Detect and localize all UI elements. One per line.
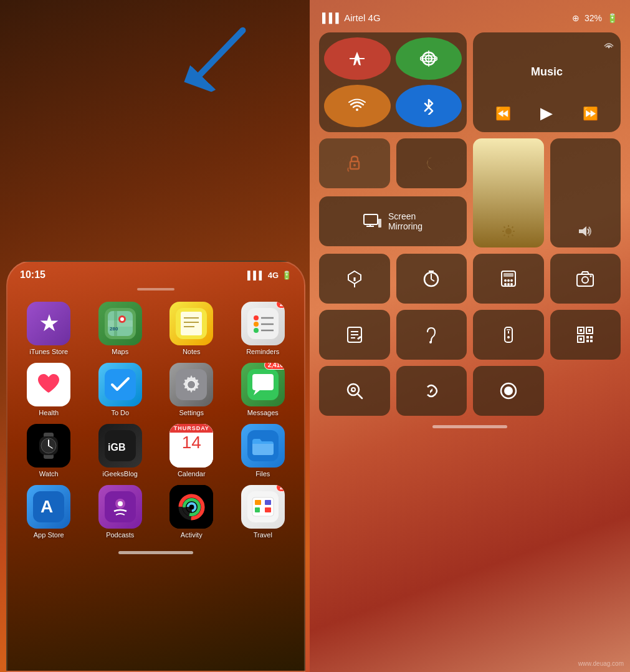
igeeks-label: iGeeksBlog (103, 470, 138, 478)
svg-rect-71 (364, 214, 378, 224)
app-watch[interactable]: Watch (17, 424, 81, 478)
settings-label: Settings (179, 409, 204, 416)
phone-time: 10:15 (20, 269, 45, 281)
messages-icon: 2,410 (241, 363, 285, 406)
qr-scanner-button[interactable] (550, 310, 621, 360)
airplay-icon[interactable] (603, 39, 614, 52)
carrier-name: Airtel 4G (344, 12, 380, 23)
svg-line-114 (358, 394, 362, 398)
appstore-icon: A (27, 485, 70, 529)
right-home-indicator[interactable] (432, 425, 507, 428)
app-todo[interactable]: To Do (88, 363, 153, 416)
messages-label: Messages (247, 409, 279, 416)
svg-rect-108 (586, 336, 589, 338)
carrier-signal: ▌▌▌ Airtel 4G (322, 12, 381, 23)
travel-icon: 2 (241, 485, 285, 529)
app-activity[interactable]: Activity (160, 485, 224, 539)
svg-point-40 (118, 501, 123, 506)
todo-label: To Do (111, 409, 129, 416)
signal-bars-icon: ▌▌▌ (322, 12, 344, 23)
airplane-mode-button[interactable] (324, 37, 391, 80)
maps-label: Maps (112, 348, 128, 355)
fast-forward-button[interactable]: ⏩ (583, 106, 598, 121)
screen-mirroring-button[interactable]: ScreenMirroring (319, 196, 467, 246)
health-icon (27, 363, 70, 406)
svg-point-85 (507, 279, 510, 282)
app-travel[interactable]: 2 Travel (231, 485, 295, 539)
shazam-button[interactable] (396, 366, 467, 416)
svg-point-97 (429, 341, 432, 343)
do-not-disturb-button[interactable] (396, 138, 467, 188)
camera-button[interactable] (550, 254, 621, 304)
cellular-button[interactable] (396, 37, 462, 80)
flashlight-button[interactable] (319, 254, 390, 304)
app-messages[interactable]: 2,410 Messages (231, 363, 295, 416)
right-panel: ▌▌▌ Airtel 4G ⊕ 32% 🔋 (310, 0, 630, 672)
svg-point-60 (353, 164, 356, 166)
screen-record-button[interactable] (473, 366, 544, 416)
magnify-button[interactable]: + (319, 366, 390, 416)
notes-label: Notes (183, 348, 201, 355)
music-title: Music (480, 44, 613, 100)
swipe-indicator[interactable] (137, 288, 174, 290)
notes-quick-button[interactable] (319, 310, 390, 360)
remote-button[interactable] (473, 310, 544, 360)
play-button[interactable]: ▶ (540, 103, 553, 123)
app-appstore[interactable]: A App Store (17, 485, 81, 539)
app-itunes-store[interactable]: ★ iTunes Store (17, 302, 81, 355)
messages-badge: 2,410 (264, 363, 285, 370)
activity-icon (169, 485, 213, 529)
battery-percentage: 32% (585, 13, 602, 23)
music-widget[interactable]: Music ⏪ ▶ ⏩ (473, 32, 621, 132)
svg-line-80 (431, 279, 434, 281)
svg-text:iGB: iGB (108, 442, 125, 453)
svg-rect-111 (590, 340, 593, 342)
app-reminders[interactable]: 2 Reminders (231, 302, 295, 355)
igeeks-icon: iGB (98, 424, 142, 468)
calendar-label: Calendar (178, 470, 206, 478)
timer-button[interactable] (396, 254, 467, 304)
rewind-button[interactable]: ⏪ (495, 106, 511, 121)
svg-rect-109 (590, 336, 593, 338)
screen-mirroring-label: ScreenMirroring (388, 211, 422, 231)
location-icon: ⊕ (572, 13, 580, 23)
svg-point-24 (188, 381, 195, 388)
app-files[interactable]: Files (231, 424, 295, 478)
watch-label: Watch (39, 470, 59, 478)
lock-rotation-button[interactable] (319, 138, 390, 188)
hearing-button[interactable] (396, 310, 467, 360)
reminders-badge: 2 (276, 302, 285, 309)
wifi-button[interactable] (324, 85, 391, 127)
signal-icon: ▌▌▌ (247, 271, 265, 280)
home-indicator[interactable] (118, 551, 193, 554)
calculator-button[interactable] (473, 254, 544, 304)
app-igeeksblog[interactable]: iGB iGeeksBlog (88, 424, 153, 478)
connectivity-group (319, 32, 467, 132)
brightness-icon (502, 224, 515, 241)
svg-point-84 (504, 279, 507, 282)
app-podcasts[interactable]: Podcasts (88, 485, 153, 539)
brightness-slider[interactable] (473, 138, 544, 247)
bluetooth-button[interactable] (396, 85, 462, 127)
volume-icon (578, 224, 593, 241)
health-label: Health (39, 409, 59, 416)
svg-marker-70 (579, 226, 586, 236)
phone-mockup: 10:15 ▌▌▌ 4G 🔋 ★ iTunes Store (6, 261, 305, 672)
reminders-icon: 2 (241, 302, 285, 345)
app-notes[interactable]: Notes (160, 302, 224, 355)
battery-status: ⊕ 32% 🔋 (572, 13, 618, 23)
svg-marker-58 (607, 46, 611, 49)
svg-point-61 (505, 228, 512, 234)
svg-line-66 (504, 227, 505, 228)
svg-text:A: A (41, 497, 53, 516)
volume-slider[interactable] (550, 138, 621, 247)
app-health[interactable]: Health (17, 363, 81, 416)
network-type: 4G (268, 271, 279, 280)
app-calendar[interactable]: THURSDAY 14 Calendar (160, 424, 224, 478)
app-maps[interactable]: 280 Maps (88, 302, 153, 355)
svg-rect-50 (255, 507, 260, 512)
files-label: Files (255, 470, 270, 478)
svg-line-69 (504, 235, 505, 236)
left-panel: 10:15 ▌▌▌ 4G 🔋 ★ iTunes Store (0, 0, 310, 672)
app-settings[interactable]: Settings (160, 363, 224, 416)
